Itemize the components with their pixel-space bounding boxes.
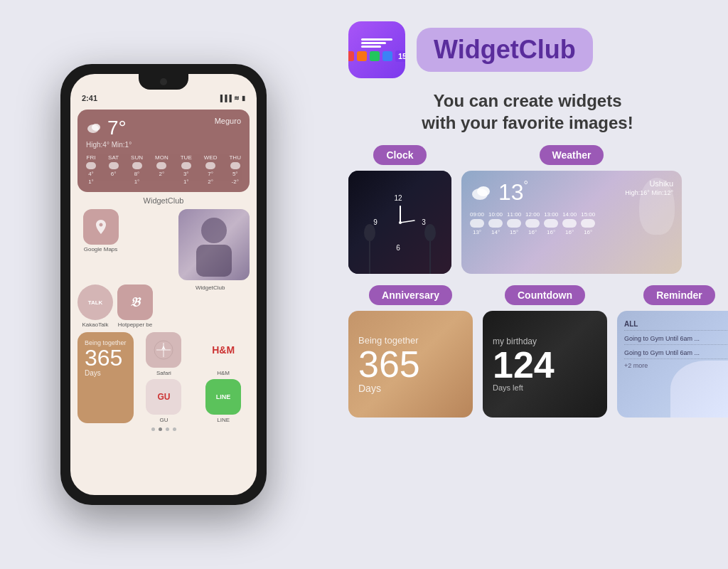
dot-3 xyxy=(166,427,169,431)
countdown-widget-col: Countdown my birthday 124 Days left xyxy=(483,285,607,418)
kakao-icon: TALK xyxy=(77,284,113,320)
phone-frame: 2:41 ▐▐▐ ≋ ▮ 7° xyxy=(60,64,267,505)
icon-lines xyxy=(361,38,392,48)
tagline: You can create widgets with your favorit… xyxy=(348,90,707,134)
widgetclub-screen-label: WidgetClub xyxy=(70,196,257,205)
svg-point-1 xyxy=(92,124,100,131)
small-apps-row2: GU GU LINE LINE xyxy=(138,379,250,423)
phone-being-text: Being together xyxy=(85,339,127,346)
clock-face-svg: 12 3 6 9 xyxy=(368,191,432,255)
svg-text:6: 6 xyxy=(396,244,400,252)
weather-widget: 7° High:4° Min:1° Meguro FRI4°1° SAT6° S… xyxy=(77,110,250,192)
kakao-app-item[interactable]: TALK KakaoTalk xyxy=(77,284,113,328)
reminder-all: ALL xyxy=(624,318,728,331)
svg-text:9: 9 xyxy=(373,218,378,226)
reminder-widget-col: Reminder ALL Going to Gym Until 6am ... … xyxy=(617,285,728,418)
hotpepper-app-item[interactable]: 𝔅 Hotpepper be xyxy=(117,284,153,328)
signal-icon: ▐▐▐ xyxy=(218,95,232,102)
hm-item[interactable]: H&M H&M xyxy=(205,332,241,376)
line-item[interactable]: LINE LINE xyxy=(205,379,241,423)
tagline-line1: You can create widgets xyxy=(348,90,707,112)
maps-app-item[interactable]: Google Maps xyxy=(77,209,124,252)
phone-anniversary-widget: Being together 365 Days xyxy=(77,332,134,423)
small-apps-row1: Safari H&M H&M xyxy=(138,332,250,376)
maps-label: Google Maps xyxy=(84,246,118,252)
battery-icon: ▮ xyxy=(242,95,245,102)
phone-weather-desc: High:4° Min:1° xyxy=(86,141,132,149)
widgetclub-app-icon[interactable]: 15 xyxy=(348,21,405,78)
dot-1 xyxy=(151,427,155,431)
svg-rect-3 xyxy=(196,245,232,277)
weather-widget-col: Weather 13° Ushiku High:16° Min xyxy=(461,145,682,274)
bunny-decoration xyxy=(639,178,675,235)
widgetclub-app-item[interactable]: WidgetClub xyxy=(196,284,225,328)
svg-text:3: 3 xyxy=(422,218,426,226)
countdown-title: my birthday xyxy=(493,336,597,346)
version-badge: 15 xyxy=(395,50,405,62)
app-name-text: WidgetClub xyxy=(434,35,576,64)
safari-label: Safari xyxy=(156,370,171,376)
hotpepper-label: Hotpepper be xyxy=(118,321,152,328)
safari-item[interactable]: Safari xyxy=(146,332,181,376)
phone-weather-location: Meguro xyxy=(215,117,241,125)
bottom-widget-row: Anniversary Being together 365 Days Coun… xyxy=(348,285,707,418)
reminder-badge: Reminder xyxy=(643,285,715,305)
phone-days-label: Days xyxy=(85,369,127,377)
reminder-text: ALL Going to Gym Until 6am ... Going to … xyxy=(624,318,728,369)
reminder-preview: ALL Going to Gym Until 6am ... Going to … xyxy=(617,311,728,418)
maps-pin-icon xyxy=(92,218,109,235)
hm-label: H&M xyxy=(217,370,230,376)
countdown-preview: my birthday 124 Days left xyxy=(483,311,607,418)
page-dots xyxy=(70,427,257,431)
clock-badge: Clock xyxy=(373,145,426,165)
safari-compass-icon xyxy=(154,340,173,360)
svg-text:12: 12 xyxy=(394,194,402,202)
reminder-item-1: Going to Gym Until 6am ... xyxy=(624,333,728,345)
app-name-bubble: WidgetClub xyxy=(417,28,593,72)
widgetclub-app-label: WidgetClub xyxy=(196,284,225,291)
gu-label: GU xyxy=(159,417,168,423)
app-row-2: TALK KakaoTalk 𝔅 Hotpepper be WidgetClub xyxy=(77,284,250,328)
weather-temp-number: 13 xyxy=(498,179,524,206)
reminder-more: +2 more xyxy=(624,362,728,369)
anniversary-days-text: Days xyxy=(358,383,463,394)
svg-line-17 xyxy=(400,220,414,223)
countdown-number: 124 xyxy=(493,346,597,383)
photo-widget xyxy=(178,209,250,280)
svg-point-20 xyxy=(477,186,490,196)
line-icon-btn: LINE xyxy=(205,379,241,415)
weather-preview-cloud-icon xyxy=(470,184,493,201)
phone-section: 2:41 ▐▐▐ ≋ ▮ 7° xyxy=(0,0,327,569)
icon-line-3 xyxy=(361,46,381,48)
clock-preview: 12 3 6 9 xyxy=(348,171,451,274)
hm-icon-btn: H&M xyxy=(205,332,241,368)
right-section: 15 WidgetClub You can create widgets wit… xyxy=(327,0,728,569)
svg-point-2 xyxy=(201,218,227,243)
app-header: 15 WidgetClub xyxy=(348,21,707,78)
anniversary-badge: Anniversary xyxy=(369,285,452,305)
dot-4 xyxy=(173,427,176,431)
svg-point-18 xyxy=(399,221,402,224)
time-display: 2:41 xyxy=(82,94,97,102)
cloud-icon xyxy=(86,122,103,134)
anniversary-preview: Being together 365 Days xyxy=(348,311,473,418)
anniversary-being-text: Being together xyxy=(358,335,463,346)
icon-color-dots: 15 xyxy=(348,50,405,62)
person-silhouette xyxy=(189,213,239,277)
anniversary-number: 365 xyxy=(358,346,463,383)
gu-icon-btn: GU xyxy=(146,379,181,415)
flower-background xyxy=(670,361,728,418)
wifi-icon: ≋ xyxy=(234,95,240,102)
status-icons: ▐▐▐ ≋ ▮ xyxy=(218,95,245,102)
top-widget-row: Clock 12 3 6 9 xyxy=(348,145,707,274)
gu-item[interactable]: GU GU xyxy=(146,379,181,423)
countdown-label: Days left xyxy=(493,383,597,392)
green-dot xyxy=(370,51,380,61)
icon-line-2 xyxy=(361,42,386,44)
weather-preview-temp: 13° xyxy=(498,179,528,206)
safari-icon-btn xyxy=(146,332,181,368)
photo-placeholder xyxy=(178,209,250,280)
orange-dot xyxy=(357,51,367,61)
anniversary-widget-col: Anniversary Being together 365 Days xyxy=(348,285,473,418)
kakao-label: KakaoTalk xyxy=(82,321,109,328)
